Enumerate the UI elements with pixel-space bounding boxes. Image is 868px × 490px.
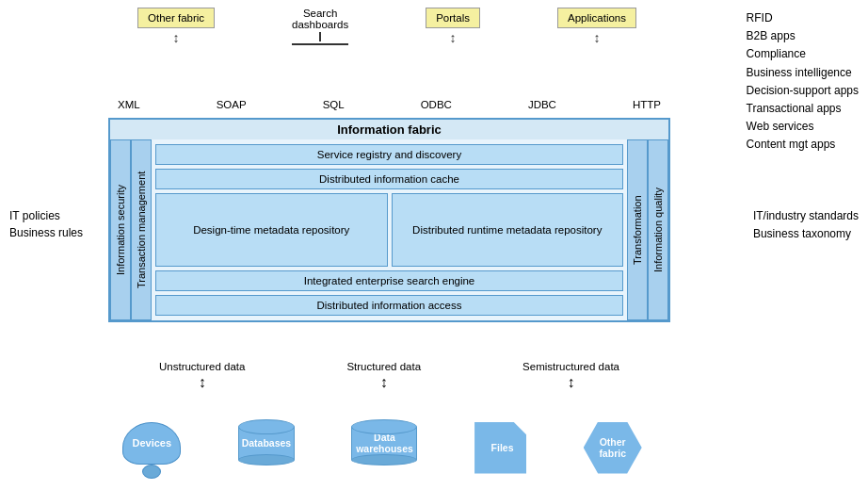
search-bracket-h bbox=[292, 43, 348, 45]
fabric-row-cache: Distributed information cache bbox=[155, 169, 623, 189]
data-warehouses-shape: Data warehouses bbox=[351, 419, 417, 476]
fabric-row-search: Integrated enterprise search engine bbox=[155, 270, 623, 291]
right-list: RFID B2B apps Compliance Business intell… bbox=[747, 9, 859, 155]
right-item-transactional: Transactional apps bbox=[747, 100, 859, 118]
side-info-quality: Information quality bbox=[648, 139, 668, 320]
side-transformation: Transformation bbox=[627, 139, 648, 320]
right-item-rfid: RFID bbox=[747, 9, 859, 27]
fabric-row-runtime-meta: Distributed runtime metadata repository bbox=[392, 193, 624, 267]
proto-sql: SQL bbox=[323, 99, 345, 110]
other-fabric-bottom-label: Other fabric bbox=[584, 436, 642, 459]
unstructured-group: Unstructured data ↕ bbox=[159, 361, 245, 391]
proto-xml: XML bbox=[118, 99, 140, 110]
right-item-bi: Business intelligence bbox=[747, 64, 859, 82]
other-fabric-hex: Other fabric bbox=[584, 422, 642, 474]
search-line bbox=[319, 32, 321, 41]
structured-label: Structured data bbox=[346, 361, 421, 372]
proto-http: HTTP bbox=[633, 99, 661, 110]
fabric-row-access: Distributed information access bbox=[155, 295, 623, 316]
business-rules-label: Business rules bbox=[9, 224, 83, 241]
arrow-portals: ↕ bbox=[450, 30, 457, 45]
databases-label: Databases bbox=[242, 437, 292, 449]
right-item-decision: Decision-support apps bbox=[747, 82, 859, 100]
protocol-row: XML SOAP SQL ODBC JDBC HTTP bbox=[108, 99, 670, 110]
right-item-compliance: Compliance bbox=[747, 45, 859, 63]
right-item-content: Content mgt apps bbox=[747, 136, 859, 154]
fabric-row-service: Service registry and discovery bbox=[155, 144, 623, 165]
info-fabric-body: Information security Transaction managem… bbox=[108, 139, 670, 322]
semistructured-group: Semistructured data ↕ bbox=[522, 361, 619, 391]
portals-group: Portals ↕ bbox=[426, 8, 480, 45]
info-fabric-header: Information fabric bbox=[108, 118, 670, 139]
right-item-webservices: Web services bbox=[747, 118, 859, 136]
unstructured-label: Unstructured data bbox=[159, 361, 245, 372]
files-shape: Files bbox=[474, 422, 526, 474]
arrow-semistructured: ↕ bbox=[568, 374, 575, 391]
dw-cyl-top bbox=[351, 419, 417, 434]
applications-box: Applications bbox=[557, 8, 636, 28]
side-tx-mgmt: Transaction management bbox=[131, 139, 152, 320]
other-fabric-group: Other fabric ↕ bbox=[137, 8, 215, 45]
device-body: Devices bbox=[122, 422, 181, 465]
right-item-b2b: B2B apps bbox=[747, 27, 859, 45]
top-boxes-area: Other fabric ↕ Searchdashboards Portals … bbox=[99, 8, 675, 45]
arrow-structured: ↕ bbox=[380, 374, 388, 391]
arrow-other-fabric: ↕ bbox=[173, 30, 180, 45]
fabric-row-design-meta: Design-time metadata repository bbox=[155, 193, 388, 267]
data-warehouses-icon-wrap: Data warehouses bbox=[351, 419, 417, 476]
business-taxonomy-label: Business taxonomy bbox=[753, 225, 859, 243]
device-base bbox=[142, 465, 161, 479]
fabric-inner: Service registry and discovery Distribut… bbox=[152, 139, 627, 320]
structured-group: Structured data ↕ bbox=[346, 361, 421, 391]
files-icon-wrap: Files bbox=[474, 422, 526, 474]
it-standards-label: IT/industry standards bbox=[753, 207, 859, 225]
arrow-unstructured: ↕ bbox=[199, 374, 206, 391]
main-container: IT policies Business rules RFID B2B apps… bbox=[0, 0, 868, 490]
files-label: Files bbox=[491, 442, 514, 453]
side-info-security: Information security bbox=[110, 139, 131, 320]
devices-label: Devices bbox=[133, 437, 172, 449]
devices-icon-wrap: Devices bbox=[122, 422, 181, 474]
proto-jdbc: JDBC bbox=[528, 99, 556, 110]
it-policies-label: IT policies bbox=[9, 207, 83, 224]
search-dashboards-group: Searchdashboards bbox=[292, 8, 348, 45]
other-fabric-box: Other fabric bbox=[137, 8, 215, 28]
proto-odbc: ODBC bbox=[421, 99, 452, 110]
info-fabric-outer: Information fabric Information security … bbox=[108, 118, 670, 325]
cyl-bottom bbox=[238, 454, 295, 466]
cyl-top bbox=[238, 419, 295, 434]
search-dashboards-label: Searchdashboards bbox=[292, 8, 348, 30]
databases-shape: Databases bbox=[238, 419, 295, 476]
other-fabric-bottom-icon-wrap: Other fabric bbox=[584, 422, 642, 474]
data-warehouses-label: Data warehouses bbox=[356, 432, 413, 454]
applications-group: Applications ↕ bbox=[557, 8, 636, 45]
dw-cyl-bottom bbox=[351, 454, 417, 466]
proto-soap: SOAP bbox=[217, 99, 247, 110]
portals-box: Portals bbox=[426, 8, 480, 28]
bottom-labels: Unstructured data ↕ Structured data ↕ Se… bbox=[108, 361, 670, 391]
databases-icon-wrap: Databases bbox=[238, 419, 295, 476]
semistructured-label: Semistructured data bbox=[522, 361, 619, 372]
right-standards: IT/industry standards Business taxonomy bbox=[753, 207, 859, 243]
device-shape: Devices bbox=[122, 422, 181, 474]
left-labels: IT policies Business rules bbox=[9, 207, 83, 241]
fabric-row-meta: Design-time metadata repository Distribu… bbox=[155, 193, 623, 267]
data-icons: Devices Databases Data warehouses bbox=[94, 419, 670, 476]
arrow-applications: ↕ bbox=[593, 30, 600, 45]
